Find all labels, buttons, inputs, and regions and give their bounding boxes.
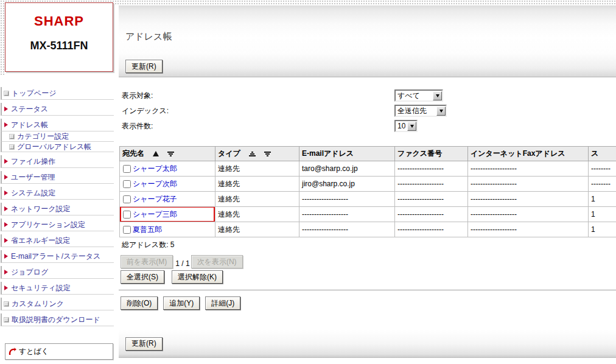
- column-header-extra: ス: [589, 147, 616, 161]
- sidebar-item-user-management[interactable]: ユーザー管理: [1, 171, 114, 184]
- ifax-cell: -------------------: [468, 177, 589, 192]
- row-checkbox[interactable]: [123, 165, 131, 173]
- recipient-name-cell: シャープ次郎: [120, 177, 215, 192]
- arrow-right-icon: [4, 238, 8, 243]
- table-row: シャープ太郎連絡先taro@sharp.co.jp---------------…: [120, 161, 616, 177]
- arrow-right-icon: [4, 285, 8, 290]
- total-addresses-label: 総アドレス数:: [122, 240, 168, 249]
- arrow-right-icon: [4, 175, 8, 180]
- show-previous-button[interactable]: 前を表示(M): [121, 255, 173, 268]
- sidebar-item-security-settings[interactable]: セキュリティ設定: [1, 282, 114, 295]
- sidebar-item-network-settings[interactable]: ネットワーク設定: [1, 203, 114, 215]
- sidebar: SHARP MX-5111FN トップページステータスアドレス帳カテゴリー設定グ…: [0, 0, 119, 364]
- sidebar-item-top-page[interactable]: トップページ: [1, 87, 114, 100]
- table-row: 夏普五郎連絡先---------------------------------…: [120, 222, 616, 237]
- extra-cell: 1: [589, 207, 616, 222]
- type-cell: 連絡先: [215, 177, 299, 192]
- display-target-value: すべて: [397, 91, 420, 101]
- fax-cell: -------------------: [395, 177, 468, 192]
- email-cell: -------------------: [299, 192, 395, 207]
- index-select[interactable]: 全送信先: [394, 105, 447, 117]
- email-cell: jiro@sharp.co.jp: [299, 177, 395, 192]
- bullet-square-icon: [4, 318, 9, 322]
- sidebar-item-label: ジョブログ: [11, 267, 48, 278]
- sidebar-item-label: アドレス帳: [11, 120, 48, 130]
- row-checkbox[interactable]: [123, 226, 131, 234]
- row-checkbox[interactable]: [123, 195, 131, 203]
- arrow-right-icon: [4, 122, 8, 127]
- fax-cell: -------------------: [395, 222, 468, 237]
- bullet-square-icon: [10, 135, 14, 139]
- page-title: アドレス帳: [125, 31, 616, 43]
- sort-ascending-icon[interactable]: [249, 152, 256, 156]
- sidebar-item-category-settings[interactable]: カテゴリー設定: [1, 131, 114, 142]
- recipient-link[interactable]: シャープ花子: [133, 195, 177, 203]
- sidebar-item-label: E-mailアラート/ステータス: [11, 251, 100, 262]
- recipient-link[interactable]: 夏普五郎: [133, 225, 162, 234]
- sidebar-menu: トップページステータスアドレス帳カテゴリー設定グローバルアドレス帳ファイル操作ユ…: [0, 87, 119, 326]
- row-checkbox[interactable]: [123, 211, 131, 219]
- show-next-button[interactable]: 次を表示(N): [191, 255, 243, 268]
- sidebar-item-file-operations[interactable]: ファイル操作: [1, 155, 114, 168]
- left-decorative-strip: [0, 0, 5, 75]
- stripe: [169, 153, 173, 155]
- sidebar-item-status[interactable]: ステータス: [1, 103, 114, 116]
- column-label: 宛先名: [122, 149, 144, 158]
- sidebar-item-application-settings[interactable]: アプリケーション設定: [1, 219, 114, 231]
- display-count-label: 表示件数:: [122, 121, 394, 131]
- model-name: MX-5111FN: [5, 40, 113, 52]
- type-cell: 連絡先: [215, 207, 299, 222]
- dropdown-arrow-icon: [436, 107, 446, 116]
- sidebar-item-manual-download[interactable]: 取扱説明書のダウンロード: [1, 313, 114, 326]
- recipient-name-cell: シャープ三郎: [120, 207, 215, 222]
- detail-button[interactable]: 詳細(J): [205, 296, 240, 310]
- filter-section: 表示対象: すべて インデックス: 全送信先 表示件数: 10: [119, 77, 616, 132]
- recipient-name-cell: 夏普五郎: [120, 222, 215, 237]
- sidebar-item-address-book[interactable]: アドレス帳: [1, 119, 114, 131]
- extra-cell: 1: [589, 222, 616, 237]
- add-button[interactable]: 追加(Y): [163, 296, 200, 310]
- filter-icon[interactable]: [264, 152, 271, 156]
- address-table: 宛先名タイプE-mailアドレスファクス番号インターネットFaxアドレスス シャ…: [119, 146, 616, 237]
- column-header-fax: ファクス番号: [395, 147, 468, 161]
- page-header: アドレス帳 更新(R): [119, 5, 616, 77]
- select-all-button[interactable]: 全選択(S): [121, 270, 164, 284]
- solid-up-triangle: [153, 151, 159, 156]
- arrow-right-icon: [4, 254, 8, 259]
- sidebar-item-energy-save-settings[interactable]: 省エネルギー設定: [1, 234, 114, 247]
- refresh-button-bottom[interactable]: 更新(R): [125, 337, 163, 351]
- column-label: インターネットFaxアドレス: [471, 149, 565, 158]
- sidebar-item-label: カスタムリンク: [12, 299, 64, 309]
- recipient-link[interactable]: シャープ次郎: [133, 180, 177, 188]
- column-label: タイプ: [218, 149, 240, 158]
- delete-button[interactable]: 削除(O): [121, 296, 158, 310]
- display-target-select[interactable]: すべて: [394, 89, 443, 102]
- sidebar-item-system-settings[interactable]: システム設定: [1, 187, 114, 200]
- stripe: [250, 153, 254, 155]
- filter-icon[interactable]: [167, 152, 174, 156]
- custom-quick-link[interactable]: すとばく: [5, 343, 113, 360]
- index-value: 全送信先: [397, 106, 427, 116]
- refresh-button-top[interactable]: 更新(R): [125, 60, 163, 73]
- recipient-link[interactable]: シャープ三郎: [133, 210, 177, 219]
- sidebar-item-job-log[interactable]: ジョブログ: [1, 266, 114, 279]
- sort-ascending-active-icon[interactable]: [153, 151, 159, 156]
- action-buttons-row: 削除(O) 追加(Y) 詳細(J): [121, 296, 616, 310]
- deselect-button[interactable]: 選択解除(K): [172, 270, 223, 284]
- recipient-link[interactable]: シャープ太郎: [133, 164, 177, 173]
- ifax-cell: -------------------: [468, 207, 589, 222]
- type-cell: 連絡先: [215, 222, 299, 237]
- extra-cell: --------: [589, 177, 616, 192]
- email-cell: -------------------: [299, 222, 395, 237]
- stripe: [251, 152, 253, 153]
- sidebar-item-global-address-book[interactable]: グローバルアドレス帳: [1, 142, 114, 152]
- device-logo-box: SHARP MX-5111FN: [5, 2, 113, 72]
- sidebar-item-custom-links[interactable]: カスタムリンク: [1, 298, 114, 310]
- sidebar-item-email-alert-status[interactable]: E-mailアラート/ステータス: [1, 250, 114, 263]
- display-count-select[interactable]: 10: [394, 120, 418, 132]
- row-checkbox[interactable]: [123, 180, 131, 188]
- fax-cell: -------------------: [395, 192, 468, 207]
- ifax-cell: -------------------: [468, 161, 589, 177]
- extra-cell: --------: [589, 161, 616, 177]
- footer-band: 更新(R): [119, 330, 616, 358]
